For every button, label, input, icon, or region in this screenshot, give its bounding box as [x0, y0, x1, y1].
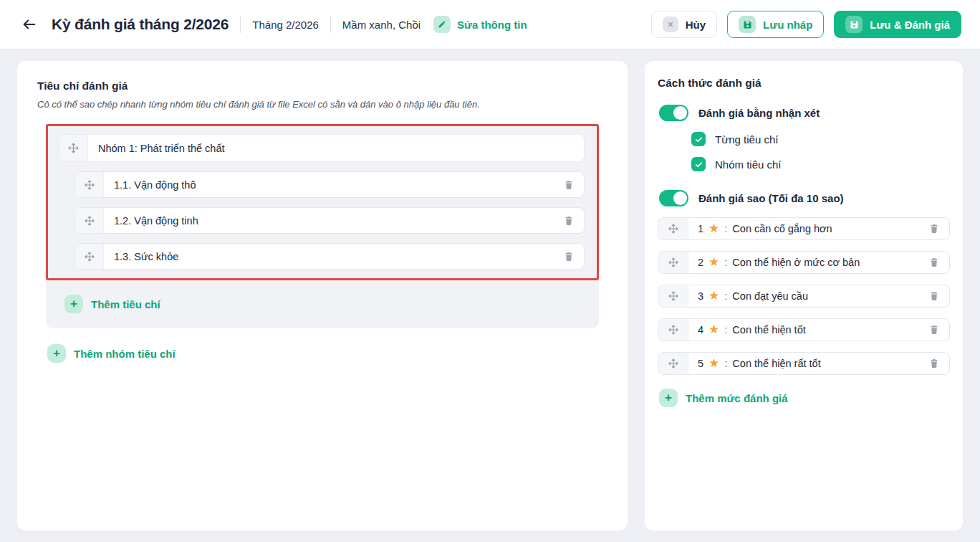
comment-option-label: Nhóm tiêu chí: [715, 158, 782, 171]
save-evaluate-button[interactable]: Lưu & Đánh giá: [834, 11, 961, 38]
colon-separator: :: [724, 358, 727, 369]
add-group-button[interactable]: + Thêm nhóm tiêu chí: [47, 344, 176, 363]
close-icon: ✕: [663, 16, 678, 32]
add-criterion-button[interactable]: + Thêm tiêu chí: [46, 280, 160, 328]
colon-separator: :: [724, 257, 727, 268]
delete-criterion-button[interactable]: [554, 172, 584, 197]
plus-icon: +: [64, 295, 83, 313]
star-level-label: Con đạt yêu cầu: [732, 290, 808, 302]
trash-icon: [928, 257, 940, 268]
cancel-button[interactable]: ✕ Hủy: [651, 11, 717, 38]
criterion-label: 1.1. Vận động thô: [104, 179, 554, 191]
star-icon: ★: [708, 222, 719, 234]
add-criterion-label: Thêm tiêu chí: [91, 298, 160, 310]
criteria-group-highlight: 1.1. Vận động thô 1.2. Vận động tinh: [46, 124, 599, 280]
star-count: 3: [698, 290, 703, 302]
delete-level-button[interactable]: [919, 319, 949, 341]
criterion-label: 1.3. Sức khỏe: [104, 251, 554, 262]
method-panel: Cách thức đánh giá Đánh giá bằng nhận xé…: [645, 61, 963, 531]
criteria-group-container: 1.1. Vận động thô 1.2. Vận động tinh: [46, 124, 599, 328]
add-group-label: Thêm nhóm tiêu chí: [74, 348, 176, 360]
classes-label: Mầm xanh, Chồi: [342, 19, 421, 31]
add-level-label: Thêm mức đánh giá: [686, 392, 788, 404]
drag-handle-icon[interactable]: [658, 319, 688, 341]
divider: [330, 16, 331, 33]
save-evaluate-label: Lưu & Đánh giá: [870, 19, 950, 31]
delete-level-button[interactable]: [919, 252, 949, 273]
topbar: Kỳ đánh giá tháng 2/2026 Tháng 2/2026 Mầ…: [0, 0, 980, 49]
plus-icon: +: [47, 344, 66, 363]
divider: [240, 16, 241, 33]
star-level-row: 5 ★ : Con thể hiện rất tốt: [658, 352, 950, 375]
main-content: Tiêu chí đánh giá Cô có thể sao chép nha…: [0, 49, 980, 542]
trash-icon: [563, 179, 575, 191]
delete-level-button[interactable]: [919, 285, 949, 307]
checkbox-per-criterion[interactable]: [691, 132, 706, 146]
colon-separator: :: [724, 290, 727, 302]
colon-separator: :: [724, 223, 727, 234]
add-level-button[interactable]: + Thêm mức đánh giá: [659, 389, 788, 407]
comment-toggle-label: Đánh giá bằng nhận xét: [698, 107, 820, 119]
group-name-row: [59, 134, 585, 162]
star-count: 4: [698, 324, 703, 336]
colon-separator: :: [724, 324, 727, 336]
plus-icon: +: [659, 389, 678, 407]
criteria-hint: Cô có thể sao chép nhanh từng nhóm tiêu …: [37, 99, 607, 110]
comment-option-row: Nhóm tiêu chí: [691, 157, 950, 171]
save-icon: [739, 16, 756, 33]
method-panel-title: Cách thức đánh giá: [658, 77, 950, 90]
star-icon: ★: [708, 323, 719, 336]
cancel-label: Hủy: [686, 19, 706, 31]
trash-icon: [563, 215, 575, 227]
delete-criterion-button[interactable]: [554, 244, 584, 269]
star-level-label: Con thể hiện tốt: [732, 324, 805, 336]
star-section: Đánh giá sao (Tối đa 10 sao) 1 ★ : Con c…: [658, 190, 950, 407]
star-level-row: 1 ★ : Con cần cố gắng hơn: [658, 217, 950, 240]
star-toggle-row: Đánh giá sao (Tối đa 10 sao): [659, 190, 950, 206]
star-level-label: Con thể hiện ở mức cơ bản: [732, 257, 860, 268]
comment-option-row: Từng tiêu chí: [691, 132, 950, 146]
trash-icon: [928, 290, 940, 302]
delete-level-button[interactable]: [919, 218, 949, 239]
comment-option-label: Từng tiêu chí: [715, 133, 778, 146]
checkbox-group-criteria[interactable]: [691, 157, 706, 171]
star-level-content: 3 ★ : Con đạt yêu cầu: [688, 290, 919, 303]
star-level-row: 3 ★ : Con đạt yêu cầu: [658, 285, 950, 308]
drag-handle-icon[interactable]: [75, 208, 104, 233]
save-icon: [845, 16, 863, 33]
drag-handle-icon[interactable]: [658, 252, 688, 273]
drag-handle-icon[interactable]: [658, 218, 688, 239]
delete-level-button[interactable]: [919, 353, 949, 374]
pencil-icon: [433, 16, 451, 33]
delete-criterion-button[interactable]: [554, 208, 584, 233]
trash-icon: [928, 324, 940, 336]
page-title: Kỳ đánh giá tháng 2/2026: [52, 16, 229, 33]
check-icon: [694, 160, 703, 169]
save-draft-button[interactable]: Lưu nháp: [727, 11, 824, 38]
criterion-row: 1.3. Sức khỏe: [75, 243, 585, 270]
group-name-input[interactable]: [88, 135, 584, 161]
drag-handle-icon[interactable]: [75, 172, 104, 197]
star-icon: ★: [708, 256, 719, 268]
star-icon: ★: [708, 357, 719, 369]
criterion-label: 1.2. Vận động tinh: [104, 215, 554, 227]
star-level-label: Con cần cố gắng hơn: [732, 223, 832, 234]
drag-handle-icon[interactable]: [658, 353, 688, 374]
star-level-row: 2 ★ : Con thể hiện ở mức cơ bản: [658, 251, 950, 274]
star-level-label: Con thể hiện rất tốt: [732, 358, 820, 369]
star-level-content: 5 ★ : Con thể hiện rất tốt: [688, 358, 919, 370]
topbar-actions: ✕ Hủy Lưu nháp Lưu & Đánh giá: [651, 11, 961, 38]
comment-toggle[interactable]: [659, 105, 688, 121]
star-level-content: 1 ★ : Con cần cố gắng hơn: [688, 223, 919, 235]
edit-info-button[interactable]: Sửa thông tin: [433, 16, 527, 33]
star-toggle[interactable]: [659, 190, 688, 206]
star-toggle-label: Đánh giá sao (Tối đa 10 sao): [698, 192, 844, 204]
trash-icon: [563, 251, 575, 262]
drag-handle-icon[interactable]: [75, 244, 104, 269]
comment-toggle-row: Đánh giá bằng nhận xét: [659, 105, 950, 121]
back-button[interactable]: [19, 14, 40, 35]
edit-info-label: Sửa thông tin: [457, 19, 527, 31]
drag-handle-icon[interactable]: [658, 285, 688, 307]
drag-handle-icon[interactable]: [59, 135, 88, 161]
star-count: 5: [698, 358, 703, 369]
